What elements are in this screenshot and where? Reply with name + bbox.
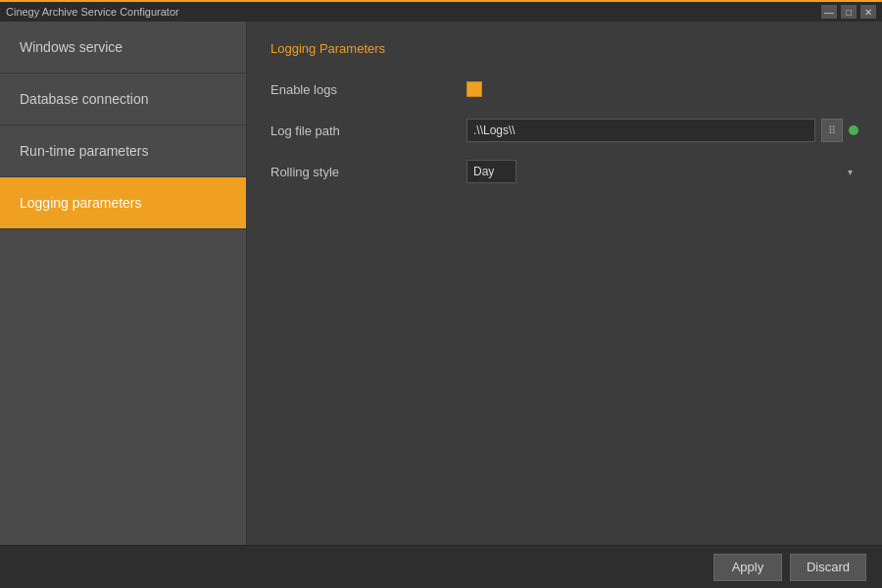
title-bar: Cinegy Archive Service Configurator — □ … — [0, 0, 882, 22]
rolling-style-control: Day Hour Minute Month Once Size — [466, 160, 858, 183]
rolling-style-label: Rolling style — [270, 165, 466, 179]
enable-logs-row: Enable logs — [270, 75, 858, 103]
discard-button[interactable]: Discard — [790, 554, 866, 581]
section-title: Logging Parameters — [270, 41, 858, 56]
maximize-button[interactable]: □ — [841, 5, 857, 19]
apply-button[interactable]: Apply — [713, 554, 782, 581]
log-path-status-dot — [849, 125, 858, 135]
sidebar-item-runtime-parameters[interactable]: Run-time parameters — [0, 125, 246, 177]
window-controls: — □ ✕ — [821, 5, 876, 19]
log-file-path-label: Log file path — [270, 123, 466, 138]
enable-logs-checkbox[interactable] — [466, 81, 482, 97]
sidebar-item-logging-parameters[interactable]: Logging parameters — [0, 177, 246, 229]
content-area: Logging Parameters Enable logs Log file … — [247, 22, 882, 545]
sidebar-item-windows-service[interactable]: Windows service — [0, 22, 246, 74]
main-layout: Windows service Database connection Run-… — [0, 22, 882, 545]
bottom-bar: Apply Discard — [0, 545, 882, 588]
sidebar: Windows service Database connection Run-… — [0, 22, 247, 545]
minimize-button[interactable]: — — [821, 5, 837, 19]
log-file-path-input[interactable] — [466, 119, 815, 142]
enable-logs-control — [466, 81, 858, 97]
log-file-path-row: Log file path ⠿ — [270, 117, 858, 144]
rolling-style-wrapper: Day Hour Minute Month Once Size — [466, 160, 858, 183]
app-title: Cinegy Archive Service Configurator — [6, 6, 179, 18]
log-file-path-control: ⠿ — [466, 119, 858, 142]
enable-logs-label: Enable logs — [270, 82, 466, 97]
rolling-style-row: Rolling style Day Hour Minute Month Once… — [270, 158, 858, 185]
close-button[interactable]: ✕ — [860, 5, 876, 19]
rolling-style-select[interactable]: Day Hour Minute Month Once Size — [466, 160, 516, 183]
browse-button[interactable]: ⠿ — [821, 119, 843, 142]
sidebar-item-database-connection[interactable]: Database connection — [0, 74, 246, 125]
